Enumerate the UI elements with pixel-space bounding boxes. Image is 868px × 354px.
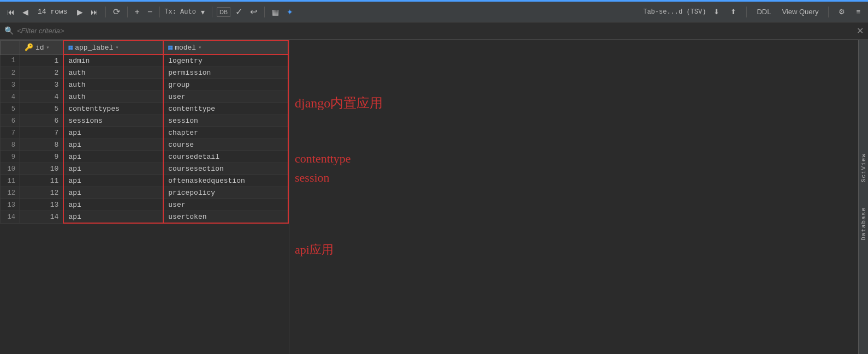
id-cell: 12 (20, 187, 63, 199)
app-label-cell: api (63, 151, 163, 163)
row-number-cell: 6 (1, 115, 20, 127)
app-label-cell: api (63, 187, 163, 199)
row-number-cell: 14 (1, 211, 20, 224)
refresh-button[interactable]: ⟳ (110, 5, 123, 19)
row-number-cell: 1 (1, 55, 20, 67)
table-row[interactable]: 1212apipricepolicy (1, 187, 289, 199)
settings-button[interactable]: ⚙ (835, 7, 848, 17)
id-cell: 3 (20, 79, 63, 91)
tx-label: Tx: Auto (164, 8, 196, 16)
table-row[interactable]: 66sessionssession (1, 115, 289, 127)
table-row[interactable]: 55contenttypescontenttype (1, 103, 289, 115)
table-area: 🔑 id ▾ ▦ app_label ▾ (0, 40, 289, 354)
id-sort-icon: ▾ (46, 44, 50, 51)
sciview-tab[interactable]: SciView (859, 149, 868, 187)
app-label-cell: auth (63, 67, 163, 79)
row-number-cell: 9 (1, 151, 20, 163)
table-row[interactable]: 1111apioftenaskedquestion (1, 175, 289, 187)
download-button[interactable]: ⬇ (710, 7, 723, 17)
model-cell: oftenaskedquestion (163, 175, 288, 187)
model-column-header[interactable]: ▦ model ▾ (163, 40, 288, 55)
row-number-cell: 5 (1, 103, 20, 115)
ddl-button[interactable]: DDL (753, 7, 774, 17)
app-label-column-header[interactable]: ▦ app_label ▾ (63, 40, 163, 55)
id-cell: 5 (20, 103, 63, 115)
view-query-button[interactable]: View Query (778, 7, 822, 17)
separator-6 (746, 7, 747, 17)
separator-4 (212, 7, 212, 17)
id-cell: 13 (20, 199, 63, 211)
commit-button[interactable]: ✓ (233, 5, 245, 19)
rollback-button[interactable]: ↩ (247, 5, 260, 19)
row-number-cell: 13 (1, 199, 20, 211)
database-tab[interactable]: Database (859, 203, 868, 245)
prev-row-button[interactable]: ◀ (20, 6, 31, 18)
app-label-cell: api (63, 199, 163, 211)
model-cell: contenttype (163, 103, 288, 115)
id-cell: 6 (20, 115, 63, 127)
model-col-label: model (175, 44, 196, 52)
filter-close-button[interactable]: ✕ (857, 26, 864, 36)
separator-1 (105, 7, 106, 17)
first-row-button[interactable]: ⏮ (4, 6, 17, 18)
grid-view-button[interactable]: ▦ (269, 6, 282, 18)
id-column-header[interactable]: 🔑 id ▾ (20, 40, 63, 55)
row-number-cell: 7 (1, 127, 20, 139)
add-row-button[interactable]: + (132, 5, 142, 19)
row-number-cell: 11 (1, 175, 20, 187)
separator-3 (159, 7, 160, 17)
app-label-cell: api (63, 175, 163, 187)
id-cell: 4 (20, 91, 63, 103)
table-header-row: 🔑 id ▾ ▦ app_label ▾ (1, 40, 289, 55)
row-count-label: 14 rows (33, 8, 72, 16)
app-label-cell: api (63, 163, 163, 175)
app-label-cell: contenttypes (63, 103, 163, 115)
filter-bar: 🔍 ✕ (0, 22, 868, 40)
id-cell: 8 (20, 139, 63, 151)
session-annotation: session (295, 171, 330, 185)
model-cell: logentry (163, 55, 288, 67)
separator-2 (127, 7, 128, 17)
db-button[interactable]: DB (217, 7, 230, 17)
model-col-icon: ▦ (168, 43, 173, 52)
row-number-cell: 10 (1, 163, 20, 175)
model-cell: usertoken (163, 211, 288, 224)
table-row[interactable]: 22authpermission (1, 67, 289, 79)
model-cell: pricepolicy (163, 187, 288, 199)
data-table: 🔑 id ▾ ▦ app_label ▾ (0, 40, 289, 224)
model-cell: chapter (163, 127, 288, 139)
last-row-button[interactable]: ⏭ (88, 6, 101, 18)
tx-dropdown-button[interactable]: ▾ (198, 6, 207, 18)
table-row[interactable]: 44authuser (1, 91, 289, 103)
filter-input[interactable] (17, 27, 853, 35)
table-row[interactable]: 1010apicoursesection (1, 163, 289, 175)
delete-row-button[interactable]: − (145, 5, 155, 19)
table-row[interactable]: 99apicoursedetail (1, 151, 289, 163)
row-number-header (1, 40, 20, 55)
separator-5 (264, 7, 265, 17)
table-row[interactable]: 77apichapter (1, 127, 289, 139)
row-number-cell: 8 (1, 139, 20, 151)
right-sidebar: SciView Database (858, 40, 868, 354)
model-cell: group (163, 79, 288, 91)
table-row[interactable]: 1313apiuser (1, 199, 289, 211)
api-app-annotation: api应用 (295, 242, 334, 258)
table-row[interactable]: 33authgroup (1, 79, 289, 91)
toolbar-right: Tab-se...d (TSV) ⬇ ⬆ DDL View Query ⚙ ≡ (643, 7, 864, 17)
cursor-button[interactable]: ✦ (284, 6, 296, 18)
id-cell: 2 (20, 67, 63, 79)
table-row[interactable]: 1414apiusertoken (1, 211, 289, 224)
row-number-cell: 12 (1, 187, 20, 199)
app-label-cell: api (63, 211, 163, 224)
id-cell: 11 (20, 175, 63, 187)
table-row[interactable]: 11adminlogentry (1, 55, 289, 67)
next-row-button[interactable]: ▶ (74, 6, 86, 18)
sciview-button[interactable]: ≡ (853, 7, 864, 17)
table-row[interactable]: 88apicourse (1, 139, 289, 151)
model-cell: permission (163, 67, 288, 79)
app-label-sort-icon: ▾ (115, 44, 118, 51)
upload-button[interactable]: ⬆ (727, 7, 740, 17)
app-label-cell: api (63, 139, 163, 151)
filter-icon: 🔍 (4, 26, 14, 35)
model-cell: user (163, 199, 288, 211)
